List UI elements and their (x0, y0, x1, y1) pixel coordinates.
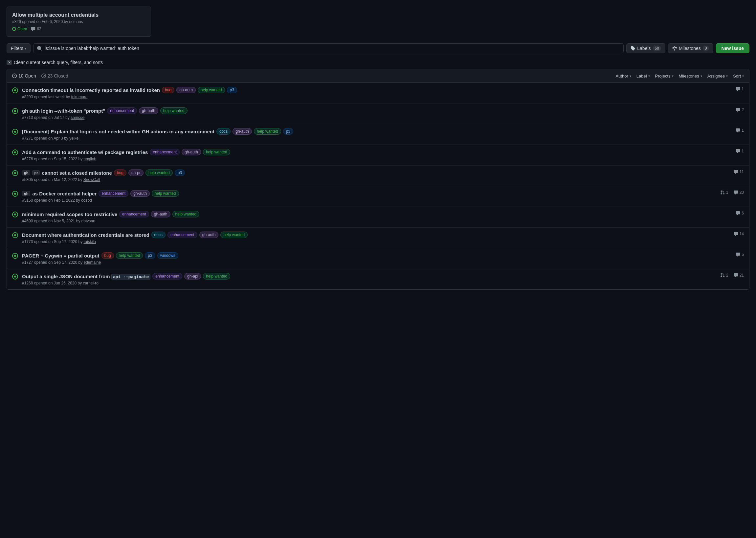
label-tag[interactable]: gh-auth (130, 190, 150, 197)
pinned-issue-number: #326 (12, 19, 21, 24)
comment-count[interactable]: 6 (736, 211, 744, 215)
label-tag[interactable]: p3 (283, 128, 293, 134)
label-tag[interactable]: gh-pr (128, 170, 143, 176)
clear-search-row[interactable]: ✕ Clear current search query, filters, a… (7, 57, 749, 69)
label-tag[interactable]: enhancement (150, 149, 179, 155)
issue-content: Add a command to authenticate w/ package… (22, 149, 732, 161)
issue-open-icon (12, 211, 18, 217)
issue-author-link[interactable]: samcoe (71, 115, 84, 120)
label-tag[interactable]: help wanted (116, 252, 143, 259)
issue-author-link[interactable]: raiskila (84, 240, 96, 244)
label-tag[interactable]: gh-api (184, 273, 201, 280)
label-tag[interactable]: help wanted (152, 190, 179, 197)
label-tag[interactable]: bug (114, 170, 126, 176)
label-tag[interactable]: bug (162, 87, 175, 93)
issue-title[interactable]: [Document] Explain that login is not nee… (22, 129, 215, 134)
pinned-issue-title[interactable]: Allow multiple account credentials (12, 12, 145, 18)
comment-count[interactable]: 14 (734, 232, 744, 236)
issue-open-icon (12, 253, 18, 259)
issue-author-link[interactable]: tekumara (71, 95, 87, 99)
label-tag[interactable]: enhancement (119, 211, 149, 217)
new-issue-button[interactable]: New issue (716, 43, 749, 53)
comment-count[interactable]: 1 (736, 149, 744, 153)
author-dropdown[interactable]: Author ▾ (616, 74, 631, 79)
issues-header-right: Author ▾ Label ▾ Projects ▾ Milestones ▾… (616, 74, 744, 79)
sort-dropdown[interactable]: Sort ▾ (733, 74, 744, 79)
issue-open-icon (12, 129, 18, 134)
issue-title[interactable]: cannot set a closed milestone (42, 170, 112, 176)
label-tag[interactable]: enhancement (152, 273, 182, 280)
label-tag[interactable]: help wanted (203, 273, 230, 280)
issue-content: PAGER + Cygwin = partial output bug help… (22, 252, 732, 265)
comment-count[interactable]: 11 (734, 170, 744, 174)
pinned-issue-meta: opened on Feb 6, 2020 by ncmans (22, 19, 83, 24)
issue-author-link[interactable]: carnei-ro (83, 281, 99, 286)
issue-meta: #1727 opened on Sep 17, 2020 by edemaine (22, 260, 732, 265)
label-tag[interactable]: p3 (175, 170, 185, 176)
issue-author-link[interactable]: yelkel (69, 136, 79, 140)
label-tag[interactable]: help wanted (254, 128, 281, 134)
comment-count[interactable]: 20 (734, 190, 744, 195)
issue-title[interactable]: Add a command to authenticate w/ package… (22, 149, 148, 155)
label-tag[interactable]: help wanted (160, 107, 187, 114)
label-tag[interactable]: enhancement (168, 232, 197, 238)
projects-dropdown[interactable]: Projects ▾ (655, 74, 674, 79)
label-dropdown[interactable]: Label ▾ (636, 74, 650, 79)
issue-open-icon (12, 232, 18, 238)
comment-count[interactable]: 1 (736, 87, 744, 91)
issue-content: gh auth login --with-token "prompt" enha… (22, 107, 732, 120)
issue-title[interactable]: Output a single JSON document from api -… (22, 274, 150, 279)
milestones-button[interactable]: Milestones 0 (668, 43, 713, 53)
label-tag[interactable]: help wanted (198, 87, 225, 93)
issue-title[interactable]: PAGER + Cygwin = partial output (22, 253, 99, 258)
issue-author-link[interactable]: edemaine (84, 260, 101, 265)
issue-author-link[interactable]: odsod (81, 198, 92, 203)
label-tag[interactable]: help wanted (145, 170, 173, 176)
label-tag[interactable]: bug (101, 252, 114, 259)
issue-title[interactable]: Document where authentication credential… (22, 232, 149, 238)
table-row: Document where authentication credential… (7, 228, 749, 248)
label-tag[interactable]: help wanted (173, 211, 200, 217)
issue-right: 1 (736, 87, 744, 91)
labels-button[interactable]: Labels 60 (626, 43, 665, 53)
open-count[interactable]: 10 Open (12, 73, 36, 79)
issue-title[interactable]: minimum required scopes too restrictive (22, 211, 117, 217)
label-tag[interactable]: enhancement (107, 107, 137, 114)
label-tag[interactable]: gh-auth (232, 128, 252, 134)
label-tag[interactable]: p3 (227, 87, 237, 93)
table-row: Output a single JSON document from api -… (7, 269, 749, 289)
milestones-dropdown[interactable]: Milestones ▾ (679, 74, 702, 79)
label-tag[interactable]: enhancement (99, 190, 128, 197)
pr-icon (720, 190, 725, 195)
label-tag[interactable]: docs (217, 128, 230, 134)
label-tag[interactable]: gh-auth (176, 87, 196, 93)
filters-button[interactable]: Filters ▾ (7, 43, 30, 53)
label-tag[interactable]: gh-auth (199, 232, 219, 238)
label-tag[interactable]: gh-auth (139, 107, 158, 114)
closed-check-icon (41, 74, 46, 78)
filter-bar: Filters ▾ Labels 60 Milestones 0 New iss… (7, 43, 749, 53)
label-tag[interactable]: help wanted (220, 232, 248, 238)
issue-title[interactable]: gh auth login --with-token "prompt" (22, 108, 105, 114)
closed-count[interactable]: 23 Closed (41, 73, 68, 79)
label-tag[interactable]: p3 (145, 252, 155, 259)
comment-count[interactable]: 21 (734, 273, 744, 278)
issue-author-link[interactable]: anglinb (84, 157, 97, 161)
issue-author-link[interactable]: SnowCalt (83, 177, 100, 182)
label-tag[interactable]: gh-auth (181, 149, 201, 155)
search-input[interactable] (45, 46, 620, 51)
label-tag[interactable]: windows (157, 252, 178, 259)
issue-title[interactable]: as Docker credential helper (32, 191, 97, 196)
comment-count[interactable]: 5 (736, 252, 744, 257)
issue-author-link[interactable]: dotysan (81, 219, 95, 223)
comment-count[interactable]: 1 (736, 128, 744, 133)
assignee-dropdown[interactable]: Assignee ▾ (707, 74, 728, 79)
issue-open-icon (12, 274, 18, 280)
comment-count[interactable]: 2 (736, 107, 744, 112)
comment-icon (736, 252, 740, 257)
pr-badge: pr (32, 170, 40, 175)
label-tag[interactable]: help wanted (203, 149, 230, 155)
label-tag[interactable]: gh-auth (151, 211, 171, 217)
label-tag[interactable]: docs (151, 232, 166, 238)
issue-title[interactable]: Connection timeout is incorrectly report… (22, 87, 160, 93)
